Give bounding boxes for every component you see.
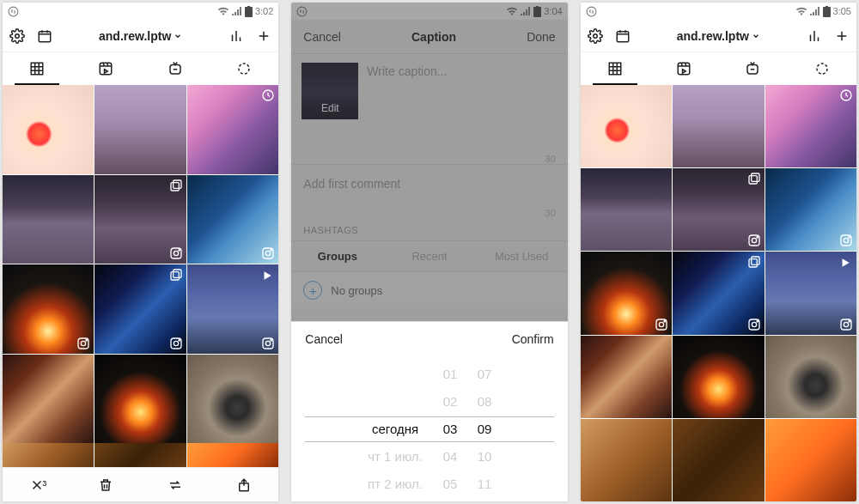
comment-counter: 30 bbox=[291, 208, 567, 218]
svg-rect-1 bbox=[245, 7, 253, 17]
picker-header: Cancel Confirm bbox=[291, 322, 567, 356]
grid-cell[interactable] bbox=[581, 336, 672, 418]
grid-cell[interactable] bbox=[765, 419, 856, 501]
grid-cell[interactable] bbox=[187, 264, 278, 354]
grid-cell[interactable] bbox=[3, 443, 94, 467]
grid-cell[interactable] bbox=[94, 175, 186, 264]
tab-loading[interactable] bbox=[788, 52, 856, 85]
stats-icon[interactable] bbox=[807, 28, 822, 44]
tab-igtv[interactable] bbox=[141, 52, 210, 85]
cancel-button[interactable]: Cancel bbox=[303, 30, 341, 44]
svg-rect-37 bbox=[617, 31, 629, 41]
grid-cell[interactable] bbox=[673, 419, 764, 501]
wheel-hour[interactable]: 01 02 03 04 05 bbox=[433, 364, 467, 495]
grid-cell[interactable] bbox=[581, 168, 672, 251]
tab-grid[interactable] bbox=[3, 52, 71, 85]
done-button[interactable]: Done bbox=[527, 30, 555, 44]
svg-rect-11 bbox=[171, 182, 179, 190]
signal-icon bbox=[521, 7, 531, 15]
grid-cell[interactable] bbox=[581, 419, 672, 501]
svg-point-30 bbox=[297, 7, 307, 16]
grid-cell[interactable] bbox=[765, 252, 856, 334]
svg-rect-31 bbox=[533, 7, 541, 17]
post-grid bbox=[581, 85, 856, 501]
grid-cell[interactable] bbox=[187, 85, 278, 174]
picker-wheel[interactable]: сегодня чт 1 июл. пт 2 июл. 01 02 03 04 … bbox=[291, 356, 567, 501]
view-tabs bbox=[581, 52, 856, 85]
wifi-icon bbox=[217, 7, 229, 15]
shazam-icon bbox=[296, 6, 308, 17]
svg-point-58 bbox=[757, 320, 758, 321]
grid-cell[interactable] bbox=[3, 355, 94, 444]
stats-icon[interactable] bbox=[228, 28, 244, 44]
first-comment-input[interactable]: Add first comment bbox=[291, 165, 567, 203]
signal-icon bbox=[810, 7, 820, 15]
no-groups-row[interactable]: + No groups bbox=[291, 272, 567, 308]
hashtag-tabs: Groups Recent Most Used bbox=[291, 240, 567, 272]
grid-cell[interactable] bbox=[187, 355, 278, 444]
swap-button[interactable] bbox=[141, 477, 210, 493]
svg-point-8 bbox=[239, 64, 249, 74]
grid-cell[interactable] bbox=[673, 168, 764, 251]
phone-screen-grid-a: 3:02 and.rew.lptw bbox=[3, 3, 278, 501]
tab-groups[interactable]: Groups bbox=[291, 241, 383, 271]
grid-cell[interactable] bbox=[673, 252, 764, 334]
clock: 3:04 bbox=[544, 6, 562, 16]
calendar-icon[interactable] bbox=[37, 28, 52, 44]
trash-button[interactable] bbox=[71, 477, 140, 493]
tab-igtv[interactable] bbox=[718, 52, 787, 85]
grid-cell[interactable] bbox=[673, 336, 764, 418]
share-button[interactable] bbox=[210, 477, 278, 493]
svg-rect-22 bbox=[171, 272, 179, 280]
grid-cell[interactable] bbox=[94, 443, 186, 467]
grid-cell[interactable] bbox=[765, 85, 856, 167]
svg-rect-35 bbox=[825, 6, 828, 8]
gear-icon[interactable] bbox=[588, 28, 603, 44]
tab-loading[interactable] bbox=[210, 52, 278, 85]
svg-point-47 bbox=[757, 237, 758, 238]
grid-cell[interactable] bbox=[581, 252, 672, 334]
caption-header: Cancel Caption Done bbox=[291, 20, 567, 54]
svg-point-46 bbox=[752, 239, 756, 243]
tab-most-used[interactable]: Most Used bbox=[476, 241, 568, 271]
tab-recent[interactable]: Recent bbox=[383, 241, 475, 271]
account-selector[interactable]: and.rew.lptw bbox=[677, 29, 760, 43]
selection-count: 3 bbox=[42, 479, 46, 488]
svg-rect-38 bbox=[609, 63, 621, 75]
post-thumbnail-edit[interactable]: Edit bbox=[302, 63, 358, 119]
close-button[interactable]: 3 bbox=[3, 477, 71, 493]
plus-icon[interactable] bbox=[256, 28, 271, 44]
tab-grid[interactable] bbox=[581, 52, 649, 85]
picker-confirm[interactable]: Confirm bbox=[512, 332, 554, 346]
grid-cell[interactable] bbox=[94, 85, 186, 174]
grid-cell[interactable] bbox=[3, 264, 94, 354]
tab-reels[interactable] bbox=[649, 52, 718, 85]
calendar-icon[interactable] bbox=[615, 28, 631, 44]
wheel-minute[interactable]: 07 08 09 10 11 bbox=[467, 364, 502, 495]
svg-rect-32 bbox=[536, 6, 539, 8]
grid-cell[interactable] bbox=[94, 355, 186, 444]
grid-cell[interactable] bbox=[187, 443, 278, 467]
account-selector[interactable]: and.rew.lptw bbox=[99, 29, 182, 43]
svg-point-19 bbox=[82, 341, 86, 345]
grid-cell[interactable] bbox=[581, 85, 672, 167]
gear-icon[interactable] bbox=[9, 28, 25, 44]
caption-input[interactable]: Write caption... bbox=[367, 63, 447, 119]
svg-point-52 bbox=[659, 322, 663, 326]
instagram-icon bbox=[169, 337, 183, 350]
grid-cell[interactable] bbox=[3, 85, 94, 174]
tab-reels[interactable] bbox=[71, 52, 140, 85]
svg-rect-21 bbox=[174, 270, 181, 277]
grid-cell[interactable] bbox=[3, 175, 94, 264]
picker-cancel[interactable]: Cancel bbox=[305, 332, 343, 346]
plus-icon[interactable] bbox=[834, 28, 850, 44]
svg-point-20 bbox=[86, 339, 87, 340]
svg-point-57 bbox=[752, 322, 756, 326]
no-groups-label: No groups bbox=[331, 284, 382, 297]
wheel-date[interactable]: сегодня чт 1 июл. пт 2 июл. bbox=[357, 364, 433, 495]
grid-cell[interactable] bbox=[187, 175, 278, 264]
grid-cell[interactable] bbox=[765, 168, 856, 251]
grid-cell[interactable] bbox=[94, 264, 186, 354]
grid-cell[interactable] bbox=[765, 336, 856, 418]
grid-cell[interactable] bbox=[673, 85, 764, 167]
